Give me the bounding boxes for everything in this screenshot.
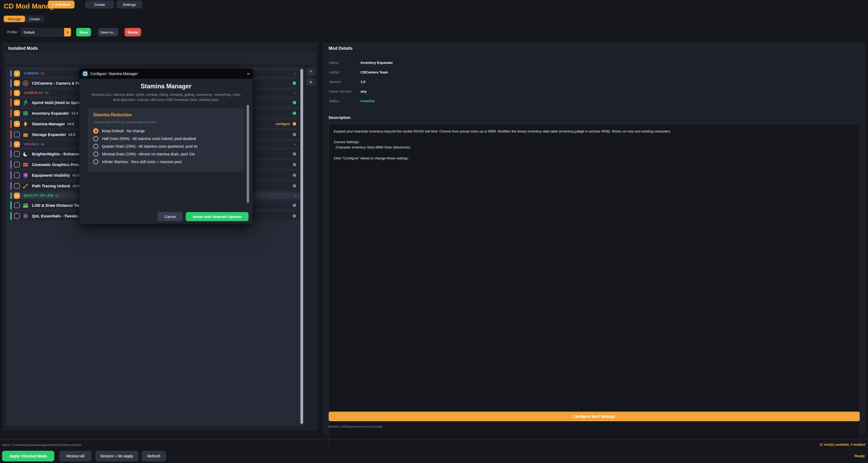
mod-checkbox[interactable]: ✓ <box>14 141 20 147</box>
modal-scrollbar[interactable] <box>247 105 249 203</box>
chevron-down-icon: v <box>310 80 312 84</box>
radio-button-icon[interactable] <box>93 128 98 133</box>
radio-option[interactable]: Infinite Stamina - Zero skill costs + ma… <box>93 159 239 165</box>
mod-checkbox[interactable]: ✓ <box>14 193 20 199</box>
field-label: Version: <box>329 80 361 84</box>
section-subheading: Choose how much to reduce stamina drain. <box>93 120 239 124</box>
mod-checkbox[interactable]: ✓ <box>14 110 20 116</box>
mod-name: Path Tracing Unlock <box>32 184 70 188</box>
configure-mod-settings-button[interactable]: Configure Mod Settings <box>329 412 860 421</box>
radio-option[interactable]: Half Drain (50%) - All stamina costs hal… <box>93 136 239 142</box>
game-path: Game: X:\SteamLibrary\steamapps\common\C… <box>2 443 81 446</box>
mod-checkbox[interactable] <box>14 202 20 208</box>
mod-checkbox[interactable] <box>14 131 20 137</box>
header-create-button[interactable]: Create <box>85 1 114 8</box>
mod-name: Inventory Expander <box>32 111 69 116</box>
radio-option-label: Quarter Drain (25%) - All stamina costs … <box>102 144 198 149</box>
mod-version: v3.0 <box>67 122 74 126</box>
radio-option-label: Minimal Drain (10%) - Almost no stamina … <box>102 152 195 156</box>
modal-titlebar: Configure: Stamina Manager × <box>79 69 253 79</box>
mod-checkbox[interactable]: ✓ <box>14 80 20 86</box>
radio-button-icon[interactable] <box>93 144 98 149</box>
radio-button-icon[interactable] <box>93 159 98 164</box>
scroll-down-button[interactable]: v <box>306 78 315 86</box>
save-button[interactable]: Save <box>76 28 91 36</box>
mod-checkbox[interactable]: ✓ <box>14 90 20 96</box>
apply-checked-mods-button[interactable]: Apply Checked Mods <box>2 451 54 461</box>
modal-title-text: Configure: Stamina Manager <box>90 71 138 76</box>
mod-name: Cinematic Graphics Preset <box>32 162 83 167</box>
status-dot <box>293 82 296 85</box>
tab-create[interactable]: Create <box>25 16 44 22</box>
radio-button-icon[interactable] <box>93 136 98 141</box>
radio-button-icon[interactable] <box>93 151 98 157</box>
save-as-button[interactable]: Save As... <box>98 28 118 36</box>
landscape-icon <box>22 202 29 209</box>
modifies-path: Modifies: 0008/gamedata/inventory.pabgb <box>329 425 383 428</box>
mod-checkbox[interactable]: ✓ <box>14 70 20 76</box>
mod-checkbox[interactable]: ✓ <box>14 121 20 127</box>
mod-color-bar <box>10 109 12 117</box>
path-line-icon <box>22 183 29 189</box>
category-label: CAMERA <box>24 71 39 75</box>
category-color-bar <box>10 192 12 199</box>
status-dot <box>293 152 296 156</box>
category-color-bar <box>10 70 12 76</box>
mod-name: Storage Expander <box>32 132 66 137</box>
mod-color-bar <box>10 201 12 209</box>
mod-details-title: Mod Details <box>323 43 865 54</box>
delete-button[interactable]: Delete <box>125 28 141 36</box>
restore-all-button[interactable]: Restore All <box>59 451 92 461</box>
gear-icon <box>22 213 29 219</box>
scroll-up-button[interactable]: ^ <box>306 68 315 76</box>
cancel-button[interactable]: Cancel <box>158 212 183 221</box>
radio-option[interactable]: Minimal Drain (10%) - Almost no stamina … <box>93 151 239 157</box>
camera-lens-icon <box>22 80 29 87</box>
chevron-down-icon[interactable]: v <box>294 91 296 94</box>
mod-checkbox[interactable] <box>14 151 20 157</box>
statusbar-divider <box>0 439 868 440</box>
category-label: VISUALS <box>24 142 39 146</box>
field-label: Game Version: <box>329 89 361 93</box>
radio-option-label: Infinite Stamina - Zero skill costs + ma… <box>102 160 182 164</box>
chevron-down-icon[interactable]: v <box>294 194 296 197</box>
mod-checkbox[interactable] <box>14 172 20 178</box>
mods-summary: 11 mod(s) available, 4 enabled <box>819 443 865 446</box>
detail-field-row: Name:Inventory Expander <box>323 58 865 67</box>
mod-checkbox[interactable] <box>14 213 20 219</box>
window-app-icon <box>83 71 88 76</box>
restore-reapply-button[interactable]: Restore + Re-Apply <box>95 451 138 461</box>
profile-select-arrow[interactable]: v <box>64 28 71 36</box>
tab-manage[interactable]: Manage <box>4 16 25 22</box>
mod-checkbox[interactable] <box>14 183 20 189</box>
mod-color-bar <box>10 160 12 169</box>
field-label: Author: <box>329 70 361 74</box>
mod-search-input[interactable] <box>6 53 314 64</box>
field-value: 1.0 <box>361 80 365 84</box>
mod-checkbox[interactable] <box>14 161 20 167</box>
shield-eye-icon <box>22 172 29 179</box>
detail-field-row: Version:1.0 <box>323 77 865 87</box>
category-label: GAMEPLAY <box>24 91 43 95</box>
mod-color-bar <box>10 212 12 220</box>
radio-option[interactable]: Quarter Drain (25%) - All stamina costs … <box>93 144 239 149</box>
install-with-options-button[interactable]: Install with Selected Options <box>186 212 249 221</box>
add-mod-button[interactable]: + Add Mod <box>48 1 74 8</box>
mod-checkbox[interactable]: ✓ <box>14 99 20 105</box>
mod-version: v1.0 <box>71 111 78 115</box>
configure-link[interactable]: configure <box>275 122 290 126</box>
radio-option-label: Keep Default - No change <box>102 129 145 133</box>
header-settings-button[interactable]: Settings <box>117 1 142 8</box>
mod-name: Equipment Visibility <box>32 173 70 178</box>
refresh-button[interactable]: Refresh <box>142 451 166 461</box>
close-icon[interactable]: × <box>247 71 250 76</box>
chevron-down-icon[interactable]: v <box>294 72 296 75</box>
chevron-down-icon[interactable]: v <box>294 143 296 146</box>
mod-version: v1.0 <box>73 184 79 188</box>
moon-icon <box>22 151 29 157</box>
lightning-icon <box>22 121 29 127</box>
mod-list-scrollbar[interactable] <box>301 69 303 424</box>
mod-name: Stamina Manager <box>32 122 65 126</box>
radio-option[interactable]: Keep Default - No change <box>93 128 239 134</box>
profile-select[interactable]: Default <box>21 28 64 36</box>
